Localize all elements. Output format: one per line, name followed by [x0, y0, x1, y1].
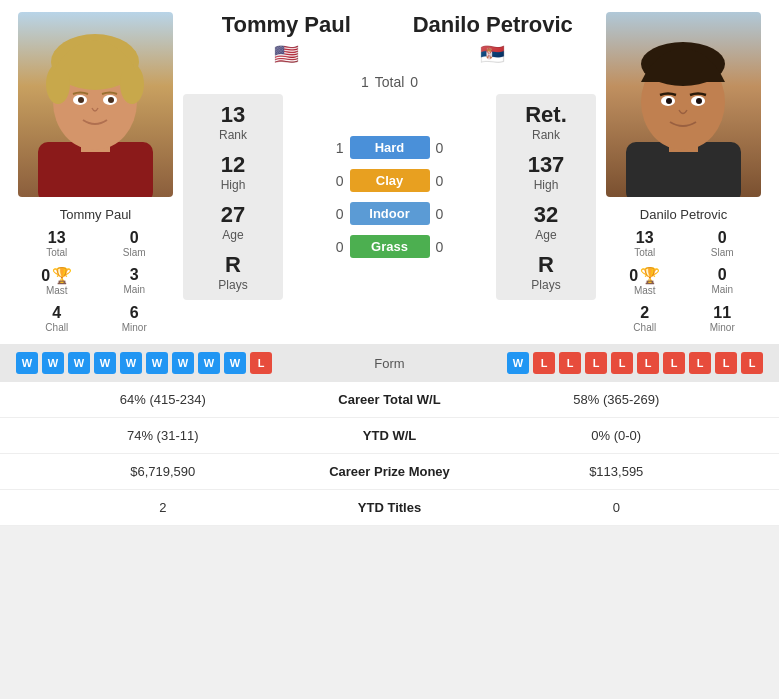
stats-cell-center: YTD W/L: [310, 428, 470, 443]
left-plays-stat: R Plays: [218, 252, 247, 292]
left-chall-label: Chall: [45, 322, 68, 333]
right-mast-label: Mast: [634, 285, 656, 296]
left-total-stat: 13 Total: [18, 226, 96, 261]
left-player-area: Tommy Paul 13 Total 0 Slam 0 🏆 Mast: [8, 12, 183, 336]
left-rank-val: 13: [221, 102, 245, 128]
total-right-num: 0: [410, 74, 418, 90]
hard-left-num: 1: [324, 140, 344, 156]
form-badge-right: L: [533, 352, 555, 374]
left-age-stat: 27 Age: [221, 202, 245, 242]
form-badge-left: W: [68, 352, 90, 374]
form-badge-left: W: [146, 352, 168, 374]
left-total-val: 13: [48, 229, 66, 247]
form-badge-left: W: [42, 352, 64, 374]
clay-left-num: 0: [324, 173, 344, 189]
compare-buttons-col: 1 Hard 0 0 Clay 0 0 Indoor 0: [287, 136, 492, 258]
hard-surface-btn[interactable]: Hard: [350, 136, 430, 159]
svg-point-16: [666, 98, 672, 104]
indoor-surface-btn[interactable]: Indoor: [350, 202, 430, 225]
left-rank-stat: 13 Rank: [219, 102, 247, 142]
clay-surface-btn[interactable]: Clay: [350, 169, 430, 192]
indoor-right-num: 0: [436, 206, 456, 222]
left-mast-val: 0: [41, 267, 50, 285]
form-badge-left: W: [198, 352, 220, 374]
left-trophy-icon: 🏆: [52, 266, 72, 285]
right-player-area: Danilo Petrovic 13 Total 0 Slam 0 🏆 Mast: [596, 12, 771, 336]
left-slam-val: 0: [130, 229, 139, 247]
form-right: WLLLLLLLLL: [440, 352, 764, 374]
form-badge-right: L: [663, 352, 685, 374]
clay-compare-row: 0 Clay 0: [324, 169, 456, 192]
center-stats-compare: 13 Rank 12 High 27 Age R Plays: [183, 94, 596, 300]
total-header-row: 1 Total 0: [361, 74, 418, 90]
left-mini-stats: 13 Total 0 Slam 0 🏆 Mast 3 Main: [18, 226, 173, 336]
form-badge-right: L: [637, 352, 659, 374]
stats-row: 64% (415-234)Career Total W/L58% (365-26…: [0, 382, 779, 418]
left-chall-val: 4: [52, 304, 61, 322]
right-high-stat: 137 High: [528, 152, 565, 192]
left-main-stat: 3 Main: [96, 263, 174, 299]
right-flag: 🇷🇸: [390, 42, 597, 66]
right-minor-val: 11: [713, 304, 731, 322]
right-slam-val: 0: [718, 229, 727, 247]
right-player-name: Danilo Petrovic: [640, 207, 727, 222]
form-badge-right: L: [689, 352, 711, 374]
left-player-photo: [18, 12, 173, 197]
left-high-val: 12: [221, 152, 245, 178]
grass-surface-btn[interactable]: Grass: [350, 235, 430, 258]
left-main-val: 3: [130, 266, 139, 284]
right-player-name-header: Danilo Petrovic: [390, 12, 597, 38]
left-age-val: 27: [221, 202, 245, 228]
stats-cell-left: 2: [16, 500, 310, 515]
left-main-label: Main: [123, 284, 145, 295]
left-player-face-svg: [18, 12, 173, 197]
right-center-box: Ret. Rank 137 High 32 Age R Plays: [496, 94, 596, 300]
hard-right-num: 0: [436, 140, 456, 156]
left-name-center: Tommy Paul 🇺🇸: [183, 12, 390, 70]
main-container: Tommy Paul 13 Total 0 Slam 0 🏆 Mast: [0, 0, 779, 526]
right-minor-label: Minor: [710, 322, 735, 333]
left-chall-stat: 4 Chall: [18, 301, 96, 336]
clay-right-num: 0: [436, 173, 456, 189]
stats-cell-center: YTD Titles: [310, 500, 470, 515]
total-label: Total: [375, 74, 405, 90]
left-mast-stat: 0 🏆 Mast: [18, 263, 96, 299]
right-high-val: 137: [528, 152, 565, 178]
grass-right-num: 0: [436, 239, 456, 255]
left-flag: 🇺🇸: [183, 42, 390, 66]
right-player-photo: [606, 12, 761, 197]
right-main-stat: 0 Main: [684, 263, 762, 299]
stats-cell-center: Career Prize Money: [310, 464, 470, 479]
right-slam-stat: 0 Slam: [684, 226, 762, 261]
form-badge-right: L: [741, 352, 763, 374]
right-total-val: 13: [636, 229, 654, 247]
form-badge-right: W: [507, 352, 529, 374]
right-plays-label: Plays: [531, 278, 560, 292]
right-slam-label: Slam: [711, 247, 734, 258]
form-badge-right: L: [559, 352, 581, 374]
right-plays-val: R: [538, 252, 554, 278]
left-player-info: Tommy Paul: [60, 201, 132, 222]
right-age-stat: 32 Age: [534, 202, 558, 242]
right-chall-stat: 2 Chall: [606, 301, 684, 336]
left-minor-label: Minor: [122, 322, 147, 333]
left-minor-val: 6: [130, 304, 139, 322]
right-name-center: Danilo Petrovic 🇷🇸: [390, 12, 597, 70]
svg-point-9: [108, 97, 114, 103]
indoor-left-num: 0: [324, 206, 344, 222]
right-age-label: Age: [535, 228, 556, 242]
right-plays-stat: R Plays: [531, 252, 560, 292]
right-chall-val: 2: [640, 304, 649, 322]
left-high-stat: 12 High: [221, 152, 246, 192]
left-player-name: Tommy Paul: [60, 207, 132, 222]
left-center-box: 13 Rank 12 High 27 Age R Plays: [183, 94, 283, 300]
form-badge-left: L: [250, 352, 272, 374]
right-main-label: Main: [711, 284, 733, 295]
player-names-row: Tommy Paul 🇺🇸 Danilo Petrovic 🇷🇸: [183, 12, 596, 70]
stats-cell-center: Career Total W/L: [310, 392, 470, 407]
left-high-label: High: [221, 178, 246, 192]
left-minor-stat: 6 Minor: [96, 301, 174, 336]
right-mast-val: 0: [629, 267, 638, 285]
left-mast-label: Mast: [46, 285, 68, 296]
svg-point-8: [78, 97, 84, 103]
